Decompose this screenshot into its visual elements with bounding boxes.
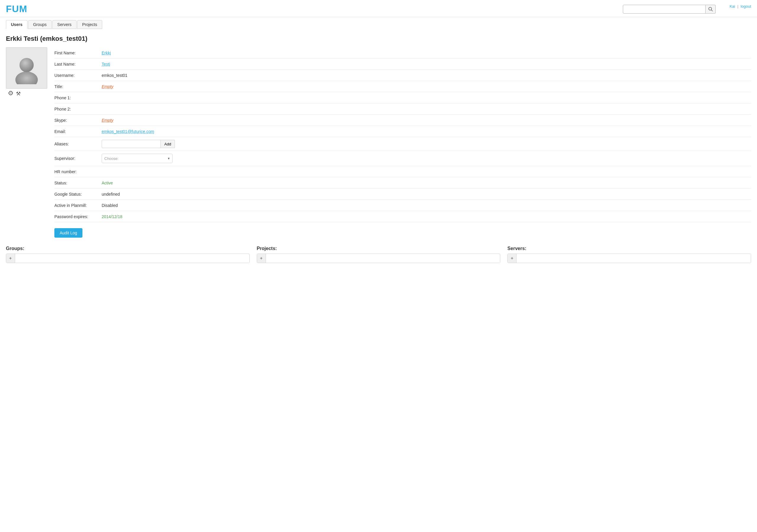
projects-input[interactable] bbox=[266, 254, 500, 263]
field-row-hr-number: HR number: bbox=[54, 166, 751, 177]
tab-projects[interactable]: Projects bbox=[77, 20, 102, 29]
servers-add-button[interactable]: + bbox=[508, 254, 517, 263]
search-container bbox=[623, 5, 716, 14]
avatar-image bbox=[10, 52, 43, 84]
title-value: Empty bbox=[102, 84, 751, 89]
last-name-value[interactable]: Testi bbox=[102, 62, 751, 67]
search-input[interactable] bbox=[623, 5, 706, 14]
status-value: Active bbox=[102, 181, 751, 185]
supervisor-wrapper: Choose: bbox=[102, 154, 172, 163]
servers-section: Servers: + bbox=[507, 246, 751, 263]
groups-title: Groups: bbox=[6, 246, 250, 251]
groups-input-row: + bbox=[6, 254, 250, 263]
hr-number-label: HR number: bbox=[54, 169, 102, 174]
servers-input-row: + bbox=[507, 254, 751, 263]
avatar-section: ⭙ ⚒ bbox=[6, 47, 47, 99]
field-row-planmill: Active in Planmill: Disabled bbox=[54, 200, 751, 211]
field-row-title: Title: Empty bbox=[54, 81, 751, 92]
field-row-first-name: First Name: Erkki bbox=[54, 47, 751, 58]
planmill-value: Disabled bbox=[102, 203, 751, 208]
nav-tabs: Users Groups Servers Projects bbox=[0, 17, 757, 29]
top-nav: Kai | logout bbox=[730, 4, 751, 9]
search-button[interactable] bbox=[706, 5, 716, 14]
aliases-label: Aliases: bbox=[54, 141, 102, 146]
avatar-controls: ⭙ ⚒ bbox=[6, 89, 47, 99]
nav-logout-link[interactable]: logout bbox=[741, 4, 751, 9]
bottom-sections: Groups: + Projects: + Servers: + bbox=[6, 246, 751, 263]
header: FUM Kai | logout bbox=[0, 0, 757, 17]
nav-separator: | bbox=[738, 4, 739, 9]
field-row-phone1: Phone 1: bbox=[54, 92, 751, 104]
first-name-value[interactable]: Erkki bbox=[102, 50, 751, 55]
skype-label: Skype: bbox=[54, 118, 102, 123]
projects-add-button[interactable]: + bbox=[257, 254, 266, 263]
audit-log-button[interactable]: Audit Log bbox=[54, 228, 82, 237]
aliases-input-group: Add bbox=[102, 140, 751, 148]
title-label: Title: bbox=[54, 84, 102, 89]
field-row-last-name: Last Name: Testi bbox=[54, 58, 751, 70]
planmill-label: Active in Planmill: bbox=[54, 203, 102, 208]
field-row-password-expires: Password expires: 2014/12/18 bbox=[54, 211, 751, 222]
nav-kai-link[interactable]: Kai bbox=[730, 4, 735, 9]
tab-groups[interactable]: Groups bbox=[28, 20, 52, 29]
field-row-username: Username: emkos_test01 bbox=[54, 70, 751, 81]
projects-input-row: + bbox=[257, 254, 500, 263]
aliases-input[interactable] bbox=[102, 140, 161, 148]
google-status-label: Google Status: bbox=[54, 192, 102, 197]
svg-line-1 bbox=[711, 10, 712, 11]
svg-point-2 bbox=[15, 72, 38, 84]
last-name-label: Last Name: bbox=[54, 62, 102, 67]
field-row-email: Email: emkos_test01@futurice.com bbox=[54, 126, 751, 137]
supervisor-select[interactable]: Choose: bbox=[102, 154, 172, 163]
email-label: Email: bbox=[54, 129, 102, 134]
field-row-google-status: Google Status: undefined bbox=[54, 189, 751, 200]
username-label: Username: bbox=[54, 73, 102, 78]
password-expires-value: 2014/12/18 bbox=[102, 214, 751, 219]
avatar-box bbox=[6, 47, 47, 89]
audit-log-row: Audit Log bbox=[54, 222, 751, 239]
avatar-edit-icon[interactable]: ⚒ bbox=[16, 90, 21, 97]
email-value[interactable]: emkos_test01@futurice.com bbox=[102, 129, 751, 134]
groups-section: Groups: + bbox=[6, 246, 250, 263]
svg-point-3 bbox=[19, 58, 34, 72]
password-expires-label: Password expires: bbox=[54, 214, 102, 219]
aliases-add-button[interactable]: Add bbox=[161, 140, 175, 148]
search-icon bbox=[708, 7, 713, 12]
field-row-aliases: Aliases: Add bbox=[54, 137, 751, 151]
groups-add-button[interactable]: + bbox=[6, 254, 15, 263]
google-status-value: undefined bbox=[102, 192, 751, 197]
servers-input[interactable] bbox=[517, 254, 751, 263]
servers-title: Servers: bbox=[507, 246, 751, 251]
avatar-add-icon[interactable]: ⭙ bbox=[8, 90, 14, 97]
supervisor-label: Supervisor: bbox=[54, 156, 102, 161]
tab-servers[interactable]: Servers bbox=[52, 20, 76, 29]
phone1-label: Phone 1: bbox=[54, 95, 102, 100]
page-title: Erkki Testi (emkos_test01) bbox=[6, 35, 751, 43]
projects-title: Projects: bbox=[257, 246, 500, 251]
field-row-phone2: Phone 2: bbox=[54, 104, 751, 115]
logo: FUM bbox=[6, 4, 27, 15]
main-content: Erkki Testi (emkos_test01) bbox=[0, 29, 757, 269]
first-name-label: First Name: bbox=[54, 50, 102, 55]
projects-section: Projects: + bbox=[257, 246, 500, 263]
phone2-label: Phone 2: bbox=[54, 107, 102, 111]
field-row-skype: Skype: Empty bbox=[54, 115, 751, 126]
skype-value: Empty bbox=[102, 118, 751, 123]
username-value: emkos_test01 bbox=[102, 73, 751, 78]
fields-section: First Name: Erkki Last Name: Testi Usern… bbox=[54, 47, 751, 239]
field-row-status: Status: Active bbox=[54, 177, 751, 189]
field-row-supervisor: Supervisor: Choose: bbox=[54, 151, 751, 166]
groups-input[interactable] bbox=[15, 254, 249, 263]
status-label: Status: bbox=[54, 181, 102, 185]
profile-layout: ⭙ ⚒ First Name: Erkki Last Name: Testi U… bbox=[6, 47, 751, 239]
tab-users[interactable]: Users bbox=[6, 20, 27, 29]
